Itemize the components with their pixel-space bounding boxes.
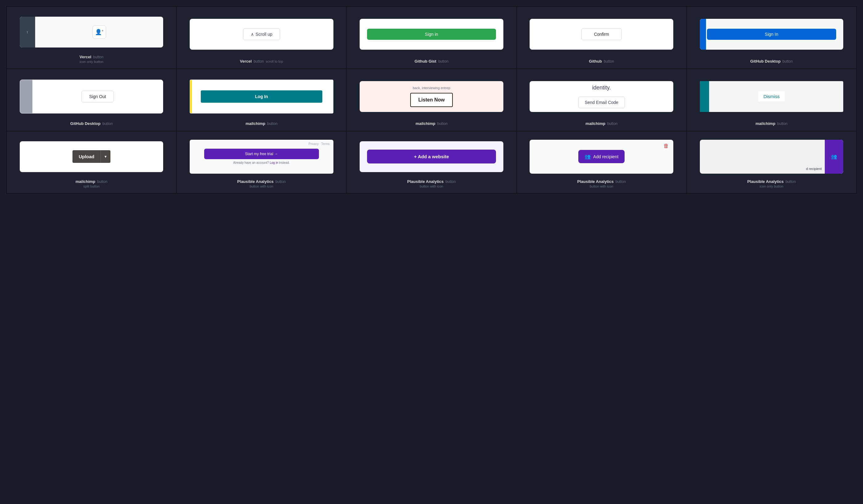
cell-github-confirm: Confirm Github button [517,7,686,68]
add-website-button[interactable]: + Add a website [367,150,496,163]
github-desktop-signout-card: Sign Out [20,79,163,114]
brand-label: Github [589,59,602,64]
plausible-add-website-card: + Add a website [360,141,503,172]
add-recipient-button[interactable]: 👥 Add recipient [578,150,625,163]
sub-label: button with icon [250,185,273,188]
type-label: button [604,59,614,64]
github-desktop-signin-button[interactable]: Sign In [707,29,836,40]
type-label: button [437,122,447,126]
sub-label: icon only button [79,60,103,64]
mailchimp-send-email-card: identity. Send Email Code [529,81,673,112]
recipient-icon-button[interactable]: 👥 [826,150,842,163]
type-label: button [275,179,286,184]
preview-github-desktop-signin: Sign In [692,13,851,55]
login-link[interactable]: Log in [270,161,278,164]
mailchimp-yellow-bar [190,80,192,113]
cell-mailchimp-upload: Upload ▾ mailchimp button split button [7,131,176,193]
mailchimp-listen-card: back, interviewing entrep Listen Now [360,81,503,112]
preview-vercel-icon: t 👤+ [12,13,171,51]
type-label: button [786,179,796,184]
chevron-up-icon: ∧ [251,32,254,37]
label-mailchimp-upload: mailchimp button split button [76,179,108,188]
cell-plausible-add-website: + Add a website Plausible Analytics butt… [347,131,516,193]
sub-label: scroll to top [266,60,283,63]
cell-github-desktop-signin: Sign In GitHub Desktop button [687,7,856,68]
mailchimp-dismiss-card: Dismiss [700,81,843,112]
plausible-icon-purple-bar: 👥 [825,140,843,174]
brand-label: mailchimp [246,121,265,126]
brand-label: Vercel [240,59,252,64]
preview-mailchimp-upload: Upload ▾ [12,138,171,176]
brand-label: Plausible Analytics [577,179,614,184]
plausible-trial-card: Privacy · Terms Start my free trial → Al… [190,140,333,174]
label-mailchimp-login: mailchimp button [246,121,278,126]
send-email-code-button[interactable]: Send Email Code [578,97,625,108]
preview-mailchimp-dismiss: Dismiss [692,75,851,117]
vercel-scroll-card: ∧ Scroll up [190,19,333,50]
label-plausible-icon-only: Plausible Analytics button icon only but… [747,179,796,188]
cell-plausible-trial: Privacy · Terms Start my free trial → Al… [177,131,346,193]
vercel-icon-button[interactable]: 👤+ [92,25,106,39]
sign-out-button[interactable]: Sign Out [82,91,113,102]
label-github-confirm: Github button [589,59,614,64]
label-github-desktop-signin: GitHub Desktop button [750,59,793,64]
cell-github-gist: Sign in Github Gist button [347,7,516,68]
brand-label: Github Gist [414,59,436,64]
github-gist-signin-button[interactable]: Sign in [367,29,496,40]
cell-mailchimp-listen: back, interviewing entrep Listen Now mai… [347,69,516,131]
github-desktop-signin-card: Sign In [700,19,843,50]
preview-plausible-add-website: + Add a website [352,138,511,176]
label-github-desktop-signout: GitHub Desktop button [70,121,113,126]
vercel-icon-card: t 👤+ [20,17,163,48]
add-recipient-label: Add recipient [593,154,618,159]
sub-label: split button [83,185,100,188]
mailchimp-login-card: Log In [190,79,333,114]
vercel-dark-bar: t [20,17,35,48]
label-plausible-trial: Plausible Analytics button button with i… [237,179,286,188]
cell-vercel-icon: t 👤+ Vercel button icon only button [7,7,176,68]
cell-vercel-scroll: ∧ Scroll up Vercel button scroll to top [177,7,346,68]
type-label: button [777,122,787,126]
label-mailchimp-dismiss: mailchimp button [756,121,788,126]
label-mailchimp-send-email: mailchimp button [585,121,617,126]
cell-mailchimp-login: Log In mailchimp button [177,69,346,131]
brand-label: GitHub Desktop [750,59,781,64]
brand-label: mailchimp [76,179,95,184]
brand-label: GitHub Desktop [70,121,101,126]
mailchimp-login-button[interactable]: Log In [201,90,322,103]
chevron-down-icon: ▾ [104,154,107,159]
label-github-gist: Github Gist button [414,59,449,64]
cell-mailchimp-send-email: identity. Send Email Code mailchimp butt… [517,69,686,131]
upload-main-button[interactable]: Upload [73,150,101,163]
github-gist-card: Sign in [360,19,503,50]
preview-plausible-trial: Privacy · Terms Start my free trial → Al… [182,138,341,176]
dismiss-button[interactable]: Dismiss [759,91,785,101]
dismiss-teal-bar [700,81,709,112]
brand-label: mailchimp [756,121,775,126]
sub-label: button with icon [420,185,443,188]
type-label: button [267,122,277,126]
type-label: button [616,179,626,184]
type-label: button [438,59,449,64]
recipient-partial-label: d recipient [806,167,822,171]
add-user-icon: 👤+ [95,29,104,36]
type-label: button [783,59,793,64]
confirm-button[interactable]: Confirm [581,28,622,40]
free-trial-button[interactable]: Start my free trial → [204,149,319,159]
upload-dropdown-button[interactable]: ▾ [101,150,110,163]
sub-label: button with icon [590,185,613,188]
privacy-link: Privacy · Terms [309,142,329,146]
preview-plausible-icon-only: 🗑 👥 d recipient [692,138,851,176]
brand-label: Plausible Analytics [407,179,443,184]
brand-label: mailchimp [415,121,435,126]
listen-now-button[interactable]: Listen Now [410,93,452,107]
label-mailchimp-listen: mailchimp button [415,121,448,126]
label-plausible-add-recipient: Plausible Analytics button button with i… [577,179,626,188]
brand-label: Vercel [79,54,91,59]
type-label: button [446,179,455,184]
brand-label: Plausible Analytics [747,179,784,184]
cell-github-desktop-signout: Sign Out GitHub Desktop button [7,69,176,131]
add-recipient-icon-only: 👥 [831,154,837,159]
type-label: button [93,55,103,59]
scroll-up-button[interactable]: ∧ Scroll up [243,28,280,40]
